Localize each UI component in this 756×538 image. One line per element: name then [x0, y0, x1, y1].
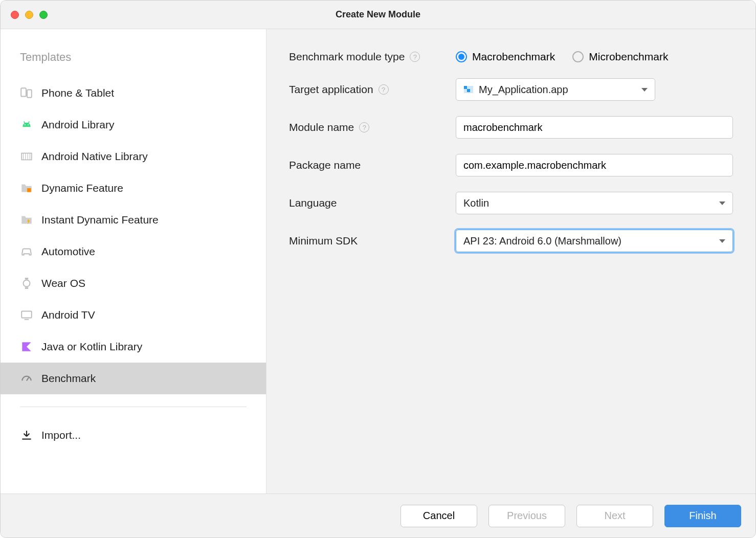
- min-sdk-value: API 23: Android 6.0 (Marshmallow): [463, 235, 621, 247]
- close-window-button[interactable]: [11, 11, 19, 19]
- package-name-input[interactable]: [456, 154, 733, 176]
- finish-button[interactable]: Finish: [664, 505, 741, 527]
- label-language: Language: [289, 197, 448, 209]
- label-module-name: Module name ?: [289, 121, 448, 133]
- svg-rect-15: [21, 311, 32, 318]
- svg-rect-11: [27, 188, 31, 192]
- template-label: Android Native Library: [41, 150, 148, 163]
- target-application-value: My_Application.app: [479, 84, 568, 96]
- templates-sidebar: Templates Phone & Tablet Android Library: [1, 29, 266, 494]
- import-icon: [20, 429, 33, 442]
- svg-point-3: [28, 124, 29, 125]
- help-icon[interactable]: ?: [379, 84, 389, 95]
- template-label: Phone & Tablet: [41, 87, 114, 99]
- template-android-library[interactable]: Android Library: [1, 109, 266, 141]
- row-module-name: Module name ?: [289, 116, 733, 139]
- import-label: Import...: [41, 429, 81, 441]
- template-java-kotlin-library[interactable]: Java or Kotlin Library: [1, 331, 266, 363]
- titlebar: Create New Module: [1, 1, 755, 29]
- svg-point-2: [25, 124, 26, 125]
- dialog-body: Templates Phone & Tablet Android Library: [1, 29, 755, 494]
- cancel-button[interactable]: Cancel: [401, 505, 477, 527]
- svg-rect-20: [464, 86, 467, 89]
- label-min-sdk: Minimum SDK: [289, 235, 448, 247]
- chevron-down-icon: [719, 239, 725, 243]
- form-panel: Benchmark module type ? Macrobenchmark M…: [266, 29, 755, 494]
- template-list: Phone & Tablet Android Library Android N…: [1, 77, 266, 394]
- template-wear-os[interactable]: Wear OS: [1, 267, 266, 299]
- package-name-field[interactable]: [463, 160, 725, 171]
- template-label: Instant Dynamic Feature: [41, 214, 159, 226]
- label-target-application: Target application ?: [289, 83, 448, 96]
- template-dynamic-feature[interactable]: Dynamic Feature: [1, 172, 266, 204]
- phone-tablet-icon: [20, 86, 33, 100]
- module-name-field[interactable]: [463, 122, 725, 133]
- template-label: Automotive: [41, 245, 95, 258]
- row-module-type: Benchmark module type ? Macrobenchmark M…: [289, 51, 733, 63]
- module-name-input[interactable]: [456, 116, 733, 139]
- template-android-native-library[interactable]: Android Native Library: [1, 141, 266, 172]
- minimize-window-button[interactable]: [25, 11, 33, 19]
- dynamic-feature-icon: [20, 182, 33, 195]
- automotive-icon: [20, 245, 33, 258]
- svg-line-5: [28, 122, 29, 123]
- row-language: Language Kotlin: [289, 192, 733, 214]
- benchmark-icon: [20, 372, 33, 385]
- android-icon: [20, 118, 33, 131]
- help-icon[interactable]: ?: [410, 52, 420, 62]
- radio-microbenchmark[interactable]: Microbenchmark: [572, 51, 668, 63]
- row-min-sdk: Minimum SDK API 23: Android 6.0 (Marshma…: [289, 230, 733, 252]
- dialog-footer: Cancel Previous Next Finish: [1, 494, 755, 537]
- row-target-application: Target application ? My_Application.app: [289, 78, 733, 101]
- help-icon[interactable]: ?: [359, 122, 369, 132]
- previous-button[interactable]: Previous: [488, 505, 565, 527]
- svg-rect-13: [25, 278, 29, 279]
- window-controls: [11, 11, 48, 19]
- radio-checked-icon: [456, 51, 467, 62]
- module-type-radio-group: Macrobenchmark Microbenchmark: [456, 51, 668, 63]
- sidebar-divider: [20, 407, 247, 407]
- tv-icon: [20, 308, 33, 322]
- kotlin-icon: [20, 340, 33, 353]
- target-application-dropdown[interactable]: My_Application.app: [456, 78, 655, 101]
- row-package-name: Package name: [289, 154, 733, 176]
- chevron-down-icon: [719, 201, 725, 205]
- template-instant-dynamic-feature[interactable]: Instant Dynamic Feature: [1, 204, 266, 236]
- svg-rect-0: [21, 88, 26, 96]
- language-dropdown[interactable]: Kotlin: [456, 192, 733, 214]
- template-label: Java or Kotlin Library: [41, 341, 142, 353]
- dialog-window: Create New Module Templates Phone & Tabl…: [0, 0, 756, 538]
- templates-heading: Templates: [1, 44, 266, 77]
- language-value: Kotlin: [463, 197, 489, 209]
- label-package-name: Package name: [289, 159, 448, 171]
- svg-point-12: [24, 280, 30, 287]
- template-label: Android Library: [41, 119, 114, 131]
- label-module-type: Benchmark module type ?: [289, 51, 448, 63]
- svg-rect-21: [467, 89, 470, 92]
- radio-macrobenchmark[interactable]: Macrobenchmark: [456, 51, 555, 63]
- svg-rect-1: [27, 90, 32, 98]
- next-button[interactable]: Next: [576, 505, 653, 527]
- svg-line-4: [24, 122, 25, 123]
- svg-rect-14: [25, 287, 29, 289]
- window-title: Create New Module: [11, 9, 745, 20]
- template-android-tv[interactable]: Android TV: [1, 299, 266, 331]
- import-item[interactable]: Import...: [1, 419, 266, 451]
- radio-unchecked-icon: [572, 51, 584, 62]
- template-benchmark[interactable]: Benchmark: [1, 363, 266, 394]
- wear-os-icon: [20, 277, 33, 290]
- template-label: Android TV: [41, 309, 95, 321]
- zoom-window-button[interactable]: [39, 11, 48, 19]
- template-automotive[interactable]: Automotive: [1, 236, 266, 267]
- template-phone-tablet[interactable]: Phone & Tablet: [1, 77, 266, 109]
- min-sdk-dropdown[interactable]: API 23: Android 6.0 (Marshmallow): [456, 230, 733, 252]
- svg-line-17: [27, 377, 29, 381]
- instant-dynamic-feature-icon: [20, 213, 33, 227]
- chevron-down-icon: [641, 88, 648, 92]
- template-label: Benchmark: [41, 372, 96, 385]
- app-module-icon: [463, 84, 474, 95]
- template-label: Dynamic Feature: [41, 182, 123, 194]
- native-library-icon: [20, 150, 33, 163]
- template-label: Wear OS: [41, 277, 85, 289]
